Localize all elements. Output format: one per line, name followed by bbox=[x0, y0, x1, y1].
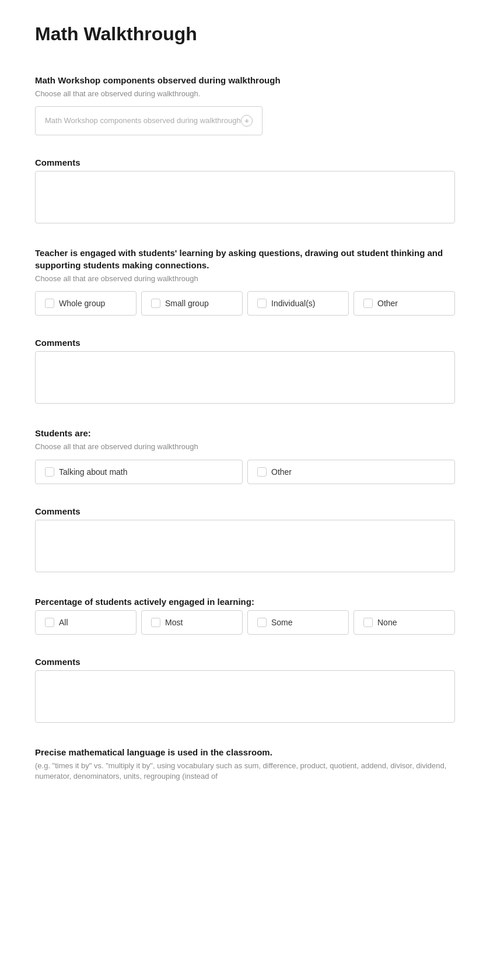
percentage-engaged-title: Percentage of students actively engaged … bbox=[35, 596, 455, 608]
option-talking-math[interactable]: Talking about math bbox=[35, 460, 243, 484]
checkbox-most[interactable] bbox=[151, 618, 160, 627]
teacher-engaged-section: Teacher is engaged with students' learni… bbox=[35, 247, 455, 316]
plus-icon: + bbox=[241, 115, 253, 127]
math-workshop-dropdown[interactable]: Math Workshop components observed during… bbox=[35, 106, 262, 135]
comments-section-2: Comments bbox=[35, 337, 455, 406]
teacher-engaged-title: Teacher is engaged with students' learni… bbox=[35, 247, 455, 271]
math-workshop-section: Math Workshop components observed during… bbox=[35, 74, 455, 135]
label-all: All bbox=[59, 618, 68, 627]
label-individuals: Individual(s) bbox=[271, 299, 315, 308]
math-workshop-title: Math Workshop components observed during… bbox=[35, 74, 455, 86]
students-are-subtitle: Choose all that are observed during walk… bbox=[35, 442, 455, 452]
checkbox-whole-group[interactable] bbox=[45, 299, 54, 308]
students-are-options: Talking about math Other bbox=[35, 460, 455, 484]
precise-language-section: Precise mathematical language is used in… bbox=[35, 746, 455, 782]
option-most[interactable]: Most bbox=[141, 610, 243, 635]
option-small-group[interactable]: Small group bbox=[141, 291, 243, 316]
math-workshop-dropdown-text: Math Workshop components observed during… bbox=[45, 116, 241, 126]
label-other-teacher: Other bbox=[377, 299, 398, 308]
comments-label-2: Comments bbox=[35, 337, 455, 349]
checkbox-small-group[interactable] bbox=[151, 299, 160, 308]
label-some: Some bbox=[271, 618, 293, 627]
checkbox-other-students[interactable] bbox=[257, 467, 267, 477]
comments-section-3: Comments bbox=[35, 505, 455, 575]
teacher-engaged-options: Whole group Small group Individual(s) Ot… bbox=[35, 291, 455, 316]
option-all[interactable]: All bbox=[35, 610, 136, 635]
page-title: Math Walkthrough bbox=[35, 23, 455, 45]
math-workshop-subtitle: Choose all that are observed during walk… bbox=[35, 89, 455, 99]
option-other-teacher[interactable]: Other bbox=[354, 291, 455, 316]
comments-textarea-2[interactable] bbox=[35, 351, 455, 404]
option-none[interactable]: None bbox=[354, 610, 455, 635]
comments-textarea-4[interactable] bbox=[35, 670, 455, 723]
comments-textarea-1[interactable] bbox=[35, 171, 455, 223]
checkbox-individuals[interactable] bbox=[257, 299, 267, 308]
teacher-engaged-subtitle: Choose all that are observed during walk… bbox=[35, 274, 455, 284]
comments-textarea-3[interactable] bbox=[35, 520, 455, 572]
comments-section-4: Comments bbox=[35, 656, 455, 725]
label-talking-math: Talking about math bbox=[59, 467, 128, 477]
comments-label-4: Comments bbox=[35, 656, 455, 668]
checkbox-other-teacher[interactable] bbox=[363, 299, 373, 308]
label-most: Most bbox=[165, 618, 183, 627]
label-none: None bbox=[377, 618, 397, 627]
checkbox-none[interactable] bbox=[363, 618, 373, 627]
checkbox-all[interactable] bbox=[45, 618, 54, 627]
label-other-students: Other bbox=[271, 467, 292, 477]
precise-language-subtitle: (e.g. "times it by" vs. "multiply it by"… bbox=[35, 761, 455, 782]
label-whole-group: Whole group bbox=[59, 299, 105, 308]
checkbox-talking-math[interactable] bbox=[45, 467, 54, 477]
comments-label-1: Comments bbox=[35, 156, 455, 169]
students-are-title: Students are: bbox=[35, 427, 455, 439]
percentage-engaged-section: Percentage of students actively engaged … bbox=[35, 596, 455, 635]
checkbox-some[interactable] bbox=[257, 618, 267, 627]
label-small-group: Small group bbox=[165, 299, 209, 308]
students-are-section: Students are: Choose all that are observ… bbox=[35, 427, 455, 484]
option-some[interactable]: Some bbox=[247, 610, 349, 635]
comments-section-1: Comments bbox=[35, 156, 455, 226]
percentage-engaged-options: All Most Some None bbox=[35, 610, 455, 635]
comments-label-3: Comments bbox=[35, 505, 455, 517]
option-individuals[interactable]: Individual(s) bbox=[247, 291, 349, 316]
precise-language-title: Precise mathematical language is used in… bbox=[35, 746, 455, 758]
option-other-students[interactable]: Other bbox=[247, 460, 455, 484]
option-whole-group[interactable]: Whole group bbox=[35, 291, 136, 316]
